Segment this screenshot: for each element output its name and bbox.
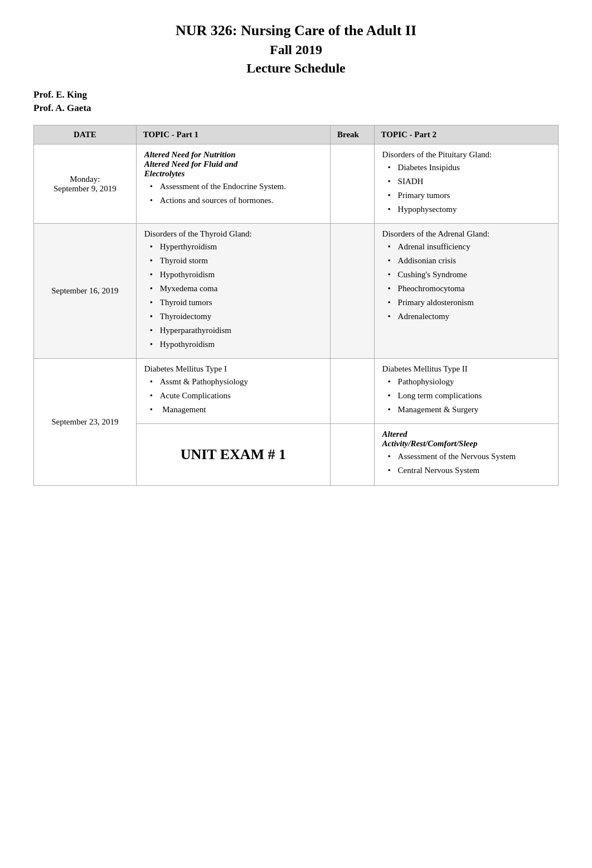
break-cell-3a bbox=[331, 359, 375, 424]
list-item: Thyroid storm bbox=[150, 255, 322, 267]
list-item: Myxedema coma bbox=[150, 283, 322, 295]
list-item: Hyperparathyroidism bbox=[150, 325, 322, 336]
topic1-list-2: Hyperthyroidism Thyroid storm Hypothyroi… bbox=[144, 241, 322, 350]
list-item: Hypophysectomy bbox=[388, 204, 550, 215]
table-row: September 23, 2019 Diabetes Mellitus Typ… bbox=[34, 359, 559, 424]
topic1-list-3: Assmt & Pathophysiology Acute Complicati… bbox=[144, 376, 322, 416]
topic1-title-2: Disorders of the Thyroid Gland: bbox=[144, 229, 322, 239]
date-cell-2: September 16, 2019 bbox=[34, 224, 137, 359]
list-item: Pheochromocytoma bbox=[388, 283, 550, 295]
lecture-schedule-table: DATE TOPIC - Part 1 Break TOPIC - Part 2… bbox=[33, 125, 559, 486]
professors-section: Prof. E. King Prof. A. Gaeta bbox=[33, 89, 559, 114]
list-item: SIADH bbox=[388, 176, 550, 187]
topic2-list-2: Adrenal insufficiency Addisonian crisis … bbox=[382, 241, 550, 322]
schedule-title: Lecture Schedule bbox=[33, 61, 559, 76]
topic2-cell-1: Disorders of the Pituitary Gland: Diabet… bbox=[374, 144, 558, 224]
list-item: Hypothyroidism bbox=[150, 269, 322, 281]
date-cell-1: Monday:September 9, 2019 bbox=[34, 144, 137, 224]
list-item: Management & Surgery bbox=[388, 404, 550, 416]
list-item: Primary aldosteronism bbox=[388, 297, 550, 308]
professor-2: Prof. A. Gaeta bbox=[33, 103, 559, 114]
list-item: Addisonian crisis bbox=[388, 255, 550, 267]
topic2-title-3a: Diabetes Mellitus Type II bbox=[382, 364, 550, 374]
list-item: Long term complications bbox=[388, 390, 550, 402]
break-cell-3b bbox=[331, 424, 375, 486]
topic2-list-3a: Pathophysiology Long term complications … bbox=[382, 376, 550, 416]
unit-exam-cell: UNIT EXAM # 1 bbox=[136, 424, 330, 486]
list-item: Actions and sources of hormones. bbox=[150, 195, 322, 206]
date-cell-3: September 23, 2019 bbox=[34, 359, 137, 486]
list-item: Thyroid tumors bbox=[150, 297, 322, 308]
topic2-list-3b: Assessment of the Nervous System Central… bbox=[382, 451, 550, 476]
topic2-list-1: Diabetes Insipidus SIADH Primary tumors … bbox=[382, 162, 550, 215]
date-label-1: Monday:September 9, 2019 bbox=[54, 175, 117, 193]
col-header-topic1: TOPIC - Part 1 bbox=[136, 126, 330, 144]
break-cell-1 bbox=[331, 144, 375, 224]
list-item: Primary tumors bbox=[388, 190, 550, 201]
topic1-cell-2: Disorders of the Thyroid Gland: Hyperthy… bbox=[136, 224, 330, 359]
list-item: Thyroidectomy bbox=[150, 311, 322, 322]
altered-title: AlteredActivity/Rest/Comfort/Sleep bbox=[382, 430, 550, 449]
semester: Fall 2019 bbox=[33, 42, 559, 57]
date-label-3: September 23, 2019 bbox=[51, 417, 118, 426]
table-row: Monday:September 9, 2019 Altered Need fo… bbox=[34, 144, 559, 224]
topic1-title-3: Diabetes Mellitus Type I bbox=[144, 364, 322, 374]
list-item: Diabetes Insipidus bbox=[388, 162, 550, 173]
list-item: Pathophysiology bbox=[388, 376, 550, 388]
topic2-cell-3b: AlteredActivity/Rest/Comfort/Sleep Asses… bbox=[374, 424, 558, 486]
topic2-cell-2: Disorders of the Adrenal Gland: Adrenal … bbox=[374, 224, 558, 359]
list-item: Assmt & Pathophysiology bbox=[150, 376, 322, 388]
unit-exam-label: UNIT EXAM # 1 bbox=[144, 430, 322, 480]
topic2-cell-3a: Diabetes Mellitus Type II Pathophysiolog… bbox=[374, 359, 558, 424]
col-header-topic2: TOPIC - Part 2 bbox=[374, 126, 558, 144]
col-header-date: DATE bbox=[34, 126, 137, 144]
date-label-2: September 16, 2019 bbox=[51, 286, 118, 295]
break-cell-2 bbox=[331, 224, 375, 359]
list-item: Adrenalectomy bbox=[388, 311, 550, 322]
course-title: NUR 326: Nursing Care of the Adult II bbox=[33, 22, 559, 39]
list-item: Hypothyroidism bbox=[150, 339, 322, 350]
list-item: Cushing's Syndrome bbox=[388, 269, 550, 281]
list-item: Assessment of the Nervous System bbox=[388, 451, 550, 462]
list-item: Acute Complications bbox=[150, 390, 322, 402]
table-row: September 16, 2019 Disorders of the Thyr… bbox=[34, 224, 559, 359]
list-item: Hyperthyroidism bbox=[150, 241, 322, 253]
list-item: Assessment of the Endocrine System. bbox=[150, 181, 322, 192]
col-header-break: Break bbox=[331, 126, 375, 144]
list-item: Management bbox=[150, 404, 322, 416]
topic1-cell-1: Altered Need for NutritionAltered Need f… bbox=[136, 144, 330, 224]
topic1-cell-3: Diabetes Mellitus Type I Assmt & Pathoph… bbox=[136, 359, 330, 424]
topic2-title-1: Disorders of the Pituitary Gland: bbox=[382, 150, 550, 160]
topic1-italic-1: Altered Need for NutritionAltered Need f… bbox=[144, 150, 238, 178]
topic2-title-2: Disorders of the Adrenal Gland: bbox=[382, 229, 550, 239]
page-header: NUR 326: Nursing Care of the Adult II Fa… bbox=[33, 22, 559, 76]
topic1-list-1: Assessment of the Endocrine System. Acti… bbox=[144, 181, 322, 206]
professor-1: Prof. E. King bbox=[33, 89, 559, 100]
topic1-title-1: Altered Need for NutritionAltered Need f… bbox=[144, 150, 322, 179]
list-item: Central Nervous System bbox=[388, 465, 550, 476]
list-item: Adrenal insufficiency bbox=[388, 241, 550, 253]
